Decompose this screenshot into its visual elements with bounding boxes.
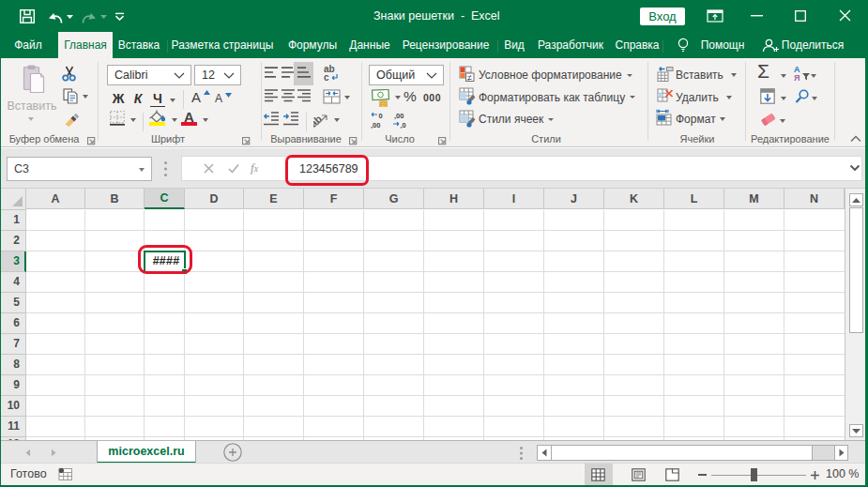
svg-text:,00: ,00 xyxy=(371,121,380,129)
svg-text:,0: ,0 xyxy=(401,121,406,129)
svg-text:≠: ≠ xyxy=(467,73,472,83)
svg-text:,00: ,00 xyxy=(394,112,404,120)
svg-text:Я: Я xyxy=(794,73,799,82)
svg-text:c: c xyxy=(324,72,329,82)
svg-text:0: 0 xyxy=(379,112,383,120)
